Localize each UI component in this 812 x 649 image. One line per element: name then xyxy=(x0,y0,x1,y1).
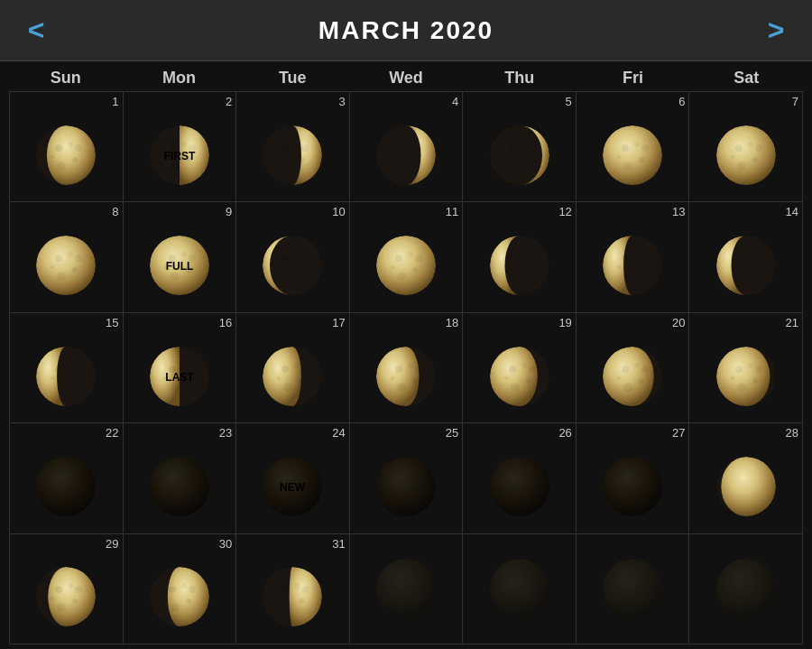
svg-point-46 xyxy=(634,142,640,147)
svg-point-101 xyxy=(639,267,644,273)
day-number: 18 xyxy=(446,315,458,331)
day-cell[interactable]: 2 xyxy=(124,92,237,202)
day-cell[interactable]: 8 xyxy=(10,202,124,312)
day-cell[interactable] xyxy=(689,534,803,644)
svg-point-87 xyxy=(408,252,413,257)
day-cell[interactable]: 9 xyxy=(124,202,237,312)
day-cell[interactable]: 29 xyxy=(10,534,124,644)
day-cell[interactable]: 21 xyxy=(689,313,803,423)
day-cell[interactable]: 6 xyxy=(577,92,690,202)
svg-point-21 xyxy=(283,162,292,171)
svg-point-110 xyxy=(737,272,746,281)
svg-point-206 xyxy=(283,603,292,612)
day-number: 14 xyxy=(786,204,798,220)
moon-container xyxy=(354,110,459,199)
svg-point-144 xyxy=(408,363,413,368)
day-cell[interactable]: 10 xyxy=(236,202,350,312)
moon-container xyxy=(693,110,798,199)
day-cell[interactable]: 3 xyxy=(236,92,350,202)
calendar-grid: Sun Mon Tue Wed Thu Fri Sat 1 xyxy=(0,61,812,649)
week-row-2: 8 xyxy=(10,202,803,312)
day-cell[interactable] xyxy=(350,534,464,644)
day-cell[interactable]: 4 xyxy=(350,92,464,202)
header-thu: Thu xyxy=(463,69,577,88)
svg-point-215 xyxy=(603,559,662,618)
day-cell[interactable]: 12 xyxy=(463,202,577,312)
day-cell[interactable]: 26 xyxy=(463,423,577,533)
svg-point-189 xyxy=(72,598,78,604)
day-cell[interactable]: 11 xyxy=(350,202,464,312)
day-cell[interactable]: 25 xyxy=(350,423,464,533)
svg-point-53 xyxy=(737,162,746,171)
weeks-grid: 1 xyxy=(9,91,803,644)
day-number: 6 xyxy=(678,94,685,110)
day-number: 12 xyxy=(558,204,571,220)
day-cell[interactable]: 13 xyxy=(577,202,690,312)
svg-point-37 xyxy=(511,162,520,171)
svg-point-3 xyxy=(72,157,78,162)
svg-point-89 xyxy=(415,255,422,262)
svg-point-188 xyxy=(55,586,62,593)
moon-container xyxy=(466,536,572,642)
day-cell[interactable]: 24 NEW xyxy=(236,423,350,533)
svg-point-20 xyxy=(299,157,304,162)
svg-point-145 xyxy=(391,376,394,380)
day-number: 25 xyxy=(446,425,458,441)
svg-point-62 xyxy=(68,252,73,257)
svg-point-31 xyxy=(391,155,394,159)
day-number: 4 xyxy=(452,94,458,110)
day-cell[interactable]: 31 xyxy=(236,534,350,644)
svg-point-208 xyxy=(277,597,281,600)
svg-point-120 xyxy=(51,376,54,380)
day-cell[interactable]: 18 xyxy=(350,313,464,423)
day-cell[interactable] xyxy=(463,534,577,644)
svg-point-97 xyxy=(529,255,536,262)
moon-container xyxy=(14,552,119,642)
day-cell[interactable]: 23 xyxy=(124,423,237,533)
day-number: 2 xyxy=(226,94,232,110)
day-cell[interactable]: 7 xyxy=(689,92,803,202)
moon-container xyxy=(693,536,798,642)
day-cell[interactable]: 27 xyxy=(577,423,690,533)
svg-point-167 xyxy=(737,383,746,392)
day-cell[interactable]: 1 xyxy=(10,92,124,202)
moon-container xyxy=(580,441,686,531)
svg-point-112 xyxy=(731,265,734,269)
day-cell[interactable]: 22 xyxy=(10,423,124,533)
svg-point-55 xyxy=(731,155,734,159)
svg-point-137 xyxy=(277,376,281,380)
moon-container xyxy=(466,110,572,199)
prev-month-button[interactable]: < xyxy=(18,13,54,49)
day-cell[interactable]: 28 xyxy=(689,423,803,533)
moon-container xyxy=(693,441,798,531)
moon-container xyxy=(14,441,119,531)
svg-point-86 xyxy=(397,272,406,281)
svg-point-23 xyxy=(277,155,281,159)
svg-point-39 xyxy=(504,155,508,159)
svg-point-94 xyxy=(511,272,520,281)
svg-point-113 xyxy=(755,255,762,262)
svg-point-5 xyxy=(68,142,73,147)
day-cell[interactable]: 16 xyxy=(124,313,237,423)
svg-point-205 xyxy=(299,598,304,604)
svg-point-157 xyxy=(622,366,629,373)
header-sun: Sun xyxy=(9,69,123,88)
svg-point-12 xyxy=(171,162,180,171)
day-cell[interactable]: 5 xyxy=(463,92,577,202)
day-cell[interactable]: 14 xyxy=(689,202,803,312)
next-month-button[interactable]: > xyxy=(758,13,794,49)
day-cell[interactable]: 20 xyxy=(577,313,690,423)
day-cell[interactable] xyxy=(577,534,690,644)
svg-text:FULL: FULL xyxy=(166,260,194,273)
svg-point-111 xyxy=(748,252,753,257)
day-cell[interactable]: 19 xyxy=(463,313,577,423)
svg-point-51 xyxy=(735,144,743,152)
day-cell[interactable]: 15 xyxy=(10,313,124,423)
svg-text:FIRST: FIRST xyxy=(164,150,196,162)
day-cell[interactable]: 17 xyxy=(236,313,350,423)
svg-point-116 xyxy=(55,366,62,373)
svg-point-133 xyxy=(281,366,289,373)
day-cell[interactable]: 30 xyxy=(124,534,237,644)
svg-point-45 xyxy=(623,162,632,171)
svg-point-183 xyxy=(603,457,662,516)
